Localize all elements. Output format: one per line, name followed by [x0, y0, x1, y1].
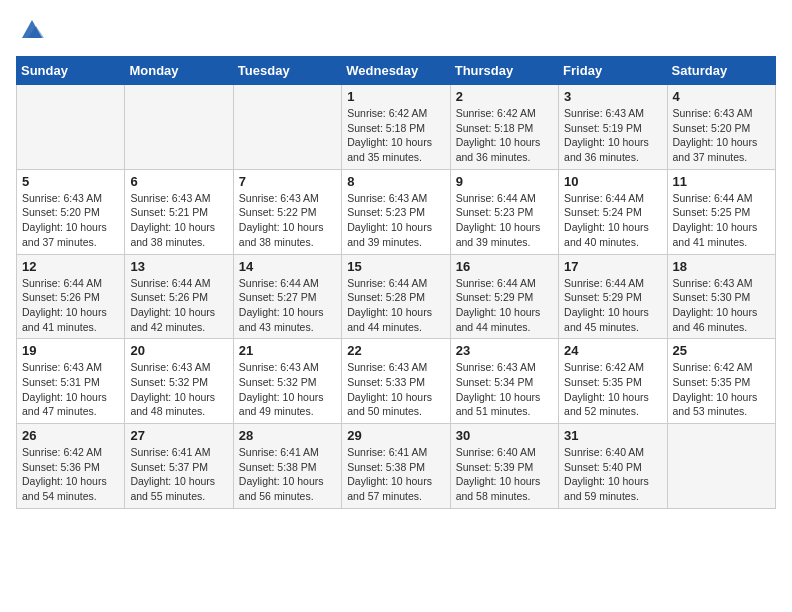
day-number: 1 [347, 89, 444, 104]
day-info: Sunrise: 6:43 AMSunset: 5:22 PMDaylight:… [239, 191, 336, 250]
day-cell: 5Sunrise: 6:43 AMSunset: 5:20 PMDaylight… [17, 169, 125, 254]
day-cell: 2Sunrise: 6:42 AMSunset: 5:18 PMDaylight… [450, 85, 558, 170]
day-cell [17, 85, 125, 170]
day-cell: 12Sunrise: 6:44 AMSunset: 5:26 PMDayligh… [17, 254, 125, 339]
day-cell [125, 85, 233, 170]
day-cell: 25Sunrise: 6:42 AMSunset: 5:35 PMDayligh… [667, 339, 775, 424]
day-info: Sunrise: 6:43 AMSunset: 5:20 PMDaylight:… [22, 191, 119, 250]
day-number: 13 [130, 259, 227, 274]
day-number: 30 [456, 428, 553, 443]
day-info: Sunrise: 6:42 AMSunset: 5:35 PMDaylight:… [673, 360, 770, 419]
day-info: Sunrise: 6:40 AMSunset: 5:39 PMDaylight:… [456, 445, 553, 504]
day-number: 23 [456, 343, 553, 358]
day-number: 7 [239, 174, 336, 189]
day-number: 28 [239, 428, 336, 443]
day-number: 3 [564, 89, 661, 104]
day-number: 4 [673, 89, 770, 104]
day-cell: 19Sunrise: 6:43 AMSunset: 5:31 PMDayligh… [17, 339, 125, 424]
day-info: Sunrise: 6:43 AMSunset: 5:21 PMDaylight:… [130, 191, 227, 250]
day-info: Sunrise: 6:43 AMSunset: 5:32 PMDaylight:… [130, 360, 227, 419]
logo-icon [18, 16, 46, 44]
day-number: 25 [673, 343, 770, 358]
week-row-4: 19Sunrise: 6:43 AMSunset: 5:31 PMDayligh… [17, 339, 776, 424]
day-number: 10 [564, 174, 661, 189]
day-number: 11 [673, 174, 770, 189]
day-number: 16 [456, 259, 553, 274]
day-info: Sunrise: 6:44 AMSunset: 5:24 PMDaylight:… [564, 191, 661, 250]
day-number: 31 [564, 428, 661, 443]
day-number: 24 [564, 343, 661, 358]
day-cell: 20Sunrise: 6:43 AMSunset: 5:32 PMDayligh… [125, 339, 233, 424]
day-info: Sunrise: 6:43 AMSunset: 5:30 PMDaylight:… [673, 276, 770, 335]
day-info: Sunrise: 6:42 AMSunset: 5:18 PMDaylight:… [347, 106, 444, 165]
day-cell: 28Sunrise: 6:41 AMSunset: 5:38 PMDayligh… [233, 424, 341, 509]
day-cell [667, 424, 775, 509]
day-info: Sunrise: 6:42 AMSunset: 5:36 PMDaylight:… [22, 445, 119, 504]
day-number: 15 [347, 259, 444, 274]
day-number: 2 [456, 89, 553, 104]
day-info: Sunrise: 6:44 AMSunset: 5:29 PMDaylight:… [456, 276, 553, 335]
day-info: Sunrise: 6:44 AMSunset: 5:28 PMDaylight:… [347, 276, 444, 335]
day-number: 27 [130, 428, 227, 443]
day-cell: 22Sunrise: 6:43 AMSunset: 5:33 PMDayligh… [342, 339, 450, 424]
day-cell: 4Sunrise: 6:43 AMSunset: 5:20 PMDaylight… [667, 85, 775, 170]
day-cell: 9Sunrise: 6:44 AMSunset: 5:23 PMDaylight… [450, 169, 558, 254]
day-info: Sunrise: 6:43 AMSunset: 5:32 PMDaylight:… [239, 360, 336, 419]
day-info: Sunrise: 6:42 AMSunset: 5:18 PMDaylight:… [456, 106, 553, 165]
day-info: Sunrise: 6:42 AMSunset: 5:35 PMDaylight:… [564, 360, 661, 419]
day-info: Sunrise: 6:44 AMSunset: 5:25 PMDaylight:… [673, 191, 770, 250]
logo [16, 16, 46, 44]
day-cell: 16Sunrise: 6:44 AMSunset: 5:29 PMDayligh… [450, 254, 558, 339]
day-number: 6 [130, 174, 227, 189]
day-info: Sunrise: 6:40 AMSunset: 5:40 PMDaylight:… [564, 445, 661, 504]
day-number: 14 [239, 259, 336, 274]
day-cell: 13Sunrise: 6:44 AMSunset: 5:26 PMDayligh… [125, 254, 233, 339]
day-number: 12 [22, 259, 119, 274]
day-number: 17 [564, 259, 661, 274]
day-number: 5 [22, 174, 119, 189]
day-info: Sunrise: 6:44 AMSunset: 5:26 PMDaylight:… [130, 276, 227, 335]
day-number: 29 [347, 428, 444, 443]
day-cell: 26Sunrise: 6:42 AMSunset: 5:36 PMDayligh… [17, 424, 125, 509]
day-cell: 27Sunrise: 6:41 AMSunset: 5:37 PMDayligh… [125, 424, 233, 509]
day-info: Sunrise: 6:44 AMSunset: 5:29 PMDaylight:… [564, 276, 661, 335]
week-row-5: 26Sunrise: 6:42 AMSunset: 5:36 PMDayligh… [17, 424, 776, 509]
col-header-wednesday: Wednesday [342, 57, 450, 85]
col-header-friday: Friday [559, 57, 667, 85]
day-info: Sunrise: 6:41 AMSunset: 5:38 PMDaylight:… [347, 445, 444, 504]
day-cell: 31Sunrise: 6:40 AMSunset: 5:40 PMDayligh… [559, 424, 667, 509]
week-row-3: 12Sunrise: 6:44 AMSunset: 5:26 PMDayligh… [17, 254, 776, 339]
day-info: Sunrise: 6:43 AMSunset: 5:19 PMDaylight:… [564, 106, 661, 165]
week-row-2: 5Sunrise: 6:43 AMSunset: 5:20 PMDaylight… [17, 169, 776, 254]
day-cell: 1Sunrise: 6:42 AMSunset: 5:18 PMDaylight… [342, 85, 450, 170]
col-header-thursday: Thursday [450, 57, 558, 85]
day-cell: 10Sunrise: 6:44 AMSunset: 5:24 PMDayligh… [559, 169, 667, 254]
day-cell: 11Sunrise: 6:44 AMSunset: 5:25 PMDayligh… [667, 169, 775, 254]
week-row-1: 1Sunrise: 6:42 AMSunset: 5:18 PMDaylight… [17, 85, 776, 170]
day-cell: 6Sunrise: 6:43 AMSunset: 5:21 PMDaylight… [125, 169, 233, 254]
day-info: Sunrise: 6:41 AMSunset: 5:37 PMDaylight:… [130, 445, 227, 504]
day-number: 21 [239, 343, 336, 358]
day-info: Sunrise: 6:43 AMSunset: 5:33 PMDaylight:… [347, 360, 444, 419]
day-cell: 18Sunrise: 6:43 AMSunset: 5:30 PMDayligh… [667, 254, 775, 339]
day-info: Sunrise: 6:43 AMSunset: 5:23 PMDaylight:… [347, 191, 444, 250]
day-number: 26 [22, 428, 119, 443]
col-header-monday: Monday [125, 57, 233, 85]
col-header-sunday: Sunday [17, 57, 125, 85]
day-cell: 29Sunrise: 6:41 AMSunset: 5:38 PMDayligh… [342, 424, 450, 509]
day-cell: 21Sunrise: 6:43 AMSunset: 5:32 PMDayligh… [233, 339, 341, 424]
day-info: Sunrise: 6:44 AMSunset: 5:27 PMDaylight:… [239, 276, 336, 335]
day-cell: 3Sunrise: 6:43 AMSunset: 5:19 PMDaylight… [559, 85, 667, 170]
day-cell: 23Sunrise: 6:43 AMSunset: 5:34 PMDayligh… [450, 339, 558, 424]
day-info: Sunrise: 6:43 AMSunset: 5:31 PMDaylight:… [22, 360, 119, 419]
page-header [16, 16, 776, 44]
day-cell: 15Sunrise: 6:44 AMSunset: 5:28 PMDayligh… [342, 254, 450, 339]
day-number: 22 [347, 343, 444, 358]
day-info: Sunrise: 6:43 AMSunset: 5:20 PMDaylight:… [673, 106, 770, 165]
day-number: 18 [673, 259, 770, 274]
day-info: Sunrise: 6:41 AMSunset: 5:38 PMDaylight:… [239, 445, 336, 504]
day-info: Sunrise: 6:44 AMSunset: 5:26 PMDaylight:… [22, 276, 119, 335]
day-cell: 24Sunrise: 6:42 AMSunset: 5:35 PMDayligh… [559, 339, 667, 424]
calendar-table: SundayMondayTuesdayWednesdayThursdayFrid… [16, 56, 776, 509]
day-cell: 30Sunrise: 6:40 AMSunset: 5:39 PMDayligh… [450, 424, 558, 509]
